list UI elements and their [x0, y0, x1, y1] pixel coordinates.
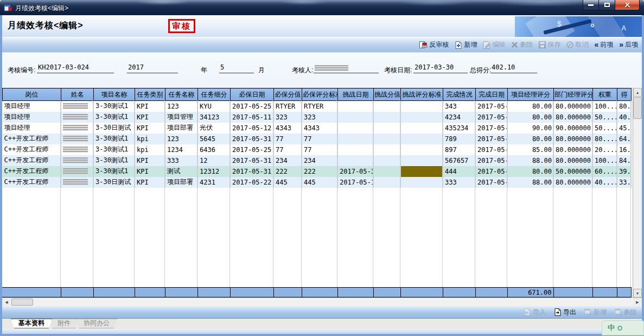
grid-cell[interactable]: 3-30日测试 — [94, 123, 135, 134]
grid-cell[interactable]: 343 — [443, 101, 476, 112]
grid-cell[interactable]: 77 — [302, 144, 338, 155]
grid-cell[interactable]: 80.000000 — [554, 177, 593, 188]
grid-cell[interactable]: 80.00 — [508, 101, 554, 112]
grid-cell[interactable]: 3-30测试1 — [94, 134, 135, 144]
grid-cell[interactable]: 3-30测试1 — [94, 166, 135, 177]
vertical-scroll-thumb[interactable] — [633, 97, 642, 119]
grid-cell[interactable]: C++开发工程师 — [3, 166, 61, 177]
grid-cell[interactable]: 90.00 — [508, 123, 554, 134]
grid-cell[interactable]: 2017-05-31 — [231, 166, 274, 177]
grid-cell[interactable] — [61, 123, 94, 134]
grid-cell[interactable]: 6436 — [198, 144, 231, 155]
grid-cell[interactable]: 项目部署 — [165, 123, 198, 134]
grid-cell[interactable]: 2017-05-25 — [231, 144, 274, 155]
grid-cell[interactable]: 77 — [274, 134, 302, 144]
grid-cell[interactable]: 234 — [274, 155, 302, 166]
grid-cell[interactable]: 85.00 — [508, 144, 554, 155]
grid-cell[interactable]: 80.000000 — [554, 101, 593, 112]
grid-cell[interactable] — [374, 134, 401, 144]
grid-cell[interactable]: 2017-05-31 — [231, 134, 274, 144]
grid-cell[interactable]: 4231 — [198, 177, 231, 188]
assessor-field[interactable] — [314, 64, 379, 73]
grid-cell[interactable]: 2017-05-12 — [231, 123, 274, 134]
column-header-2[interactable]: 项目名称 — [94, 88, 135, 101]
grid-cell[interactable]: 2017-05-31 — [476, 123, 508, 134]
grid-cell[interactable]: 84. — [617, 155, 632, 166]
grid-cell[interactable]: 60.... — [593, 166, 617, 177]
grid-cell[interactable]: 100... — [593, 155, 617, 166]
grid-cell[interactable]: 20.... — [593, 144, 617, 155]
grid-cell[interactable]: kpi — [135, 134, 165, 144]
grid-cell[interactable]: 435234 — [443, 123, 476, 134]
grid-cell[interactable]: 80.00 — [508, 112, 554, 123]
toolbar-button-前项[interactable]: «前项 — [594, 40, 613, 49]
scroll-left-arrow-icon[interactable]: ◀ — [2, 298, 11, 306]
grid-cell[interactable]: C++开发工程师 — [3, 155, 61, 166]
grid-cell[interactable]: 222 — [274, 166, 302, 177]
grid-cell[interactable]: 50.... — [593, 112, 617, 123]
grid-cell[interactable]: 444 — [443, 166, 476, 177]
grid-cell[interactable] — [401, 112, 443, 123]
grid-cell[interactable]: RTYER — [302, 101, 338, 112]
column-header-6[interactable]: 必保日期 — [231, 88, 274, 101]
grid-cell[interactable] — [374, 166, 401, 177]
grid-cell[interactable]: 33. — [617, 177, 632, 188]
vertical-scrollbar[interactable]: ▲ ▼ — [633, 88, 642, 297]
grid-cell[interactable]: 40.... — [593, 177, 617, 188]
grid-cell[interactable]: KPI — [135, 112, 165, 123]
toolbar-button-新增[interactable]: 新增 — [584, 308, 607, 317]
grid-cell[interactable]: 39. — [617, 166, 632, 177]
grid-cell[interactable]: 2017-05-30 — [476, 144, 508, 155]
grid-cell[interactable] — [61, 155, 94, 166]
grid-cell[interactable] — [401, 134, 443, 144]
toolbar-button-取消[interactable]: 取消 — [566, 40, 588, 49]
grid-cell[interactable]: 2017-05-31 — [476, 134, 508, 144]
grid-cell[interactable] — [61, 166, 94, 177]
scroll-right-arrow-icon[interactable]: ▶ — [633, 298, 642, 306]
grid-cell[interactable]: 50.... — [593, 123, 617, 134]
grid-cell[interactable] — [374, 101, 401, 112]
grid-cell[interactable]: 234 — [302, 155, 338, 166]
column-header-0[interactable]: 岗位 — [3, 88, 61, 101]
tab-基本资料[interactable]: 基本资料 — [11, 319, 52, 328]
grid-cell[interactable]: 34123 — [198, 112, 231, 123]
grid-cell[interactable]: 64. — [617, 134, 632, 144]
grid-cell[interactable]: 2017-05-11 — [231, 112, 274, 123]
grid-cell[interactable] — [374, 123, 401, 134]
grid-cell[interactable] — [338, 134, 374, 144]
column-header-17[interactable]: 得 — [617, 88, 632, 101]
grid-cell[interactable]: 40. — [617, 112, 632, 123]
grid-cell[interactable]: 323 — [274, 112, 302, 123]
grid-cell[interactable]: 12312 — [198, 166, 231, 177]
grid-cell[interactable]: 2017-05-25 — [231, 101, 274, 112]
grid-cell[interactable]: KPI — [135, 123, 165, 134]
horizontal-scroll-thumb[interactable] — [11, 299, 33, 306]
grid-cell[interactable]: 2017-05-30 — [476, 155, 508, 166]
grid-cell[interactable]: KPI — [135, 155, 165, 166]
grid-cell[interactable]: 80. — [617, 101, 632, 112]
grid-cell[interactable]: 90.000000 — [554, 123, 593, 134]
toolbar-button-保存[interactable]: 保存 — [539, 40, 560, 49]
grid-cell[interactable]: 2017-05-31 — [231, 155, 274, 166]
grid-cell[interactable]: 2017-05-22 — [231, 177, 274, 188]
grid-cell[interactable]: C++开发工程师 — [3, 177, 61, 188]
toolbar-button-新增[interactable]: 新增 — [455, 40, 477, 49]
column-header-8[interactable]: 必保评分标准 — [302, 88, 338, 101]
grid-cell[interactable]: 测试 — [165, 166, 198, 177]
grid-cell[interactable]: 2017-05-30 — [476, 112, 508, 123]
grid-cell[interactable]: 123 — [165, 101, 198, 112]
grid-cell[interactable] — [374, 144, 401, 155]
tab-附件[interactable]: 附件 — [50, 319, 78, 328]
grid-cell[interactable]: 45. — [617, 123, 632, 134]
column-header-4[interactable]: 任务名称 — [165, 88, 198, 101]
grid-cell[interactable]: 77 — [302, 134, 338, 144]
grid-cell[interactable]: KPI — [135, 177, 165, 188]
grid-cell[interactable]: 光伏 — [198, 123, 231, 134]
assessment-no-field[interactable]: KH2017-03-024 — [37, 64, 114, 73]
grid-cell[interactable] — [61, 177, 94, 188]
grid-cell[interactable]: 323 — [302, 112, 338, 123]
grid-cell[interactable] — [401, 166, 443, 177]
grid-cell[interactable]: C++开发工程师 — [3, 144, 61, 155]
grid-cell[interactable]: 项目经理 — [3, 112, 61, 123]
grid-cell[interactable]: 80.000000 — [554, 112, 593, 123]
